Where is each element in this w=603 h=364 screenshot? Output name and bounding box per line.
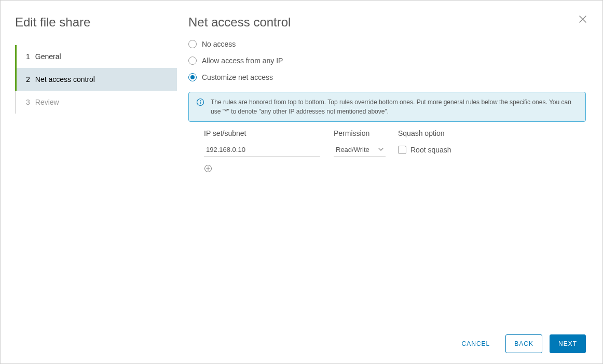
- svg-point-1: [200, 100, 201, 101]
- step-number: 2: [26, 75, 30, 83]
- plus-circle-icon: [204, 164, 212, 173]
- squash-label: Root squash: [410, 146, 451, 154]
- close-button[interactable]: [579, 15, 587, 25]
- radio-icon: [188, 57, 197, 65]
- info-banner: The rules are honored from top to bottom…: [188, 92, 586, 122]
- wizard-sidebar: Edit file share 1 General 2 Net access c…: [1, 1, 177, 326]
- step-number: 3: [26, 98, 30, 106]
- dialog-title: Edit file share: [1, 10, 177, 45]
- permission-select[interactable]: Read/Write: [334, 143, 386, 157]
- step-general[interactable]: 1 General: [16, 45, 177, 68]
- rules-table: IP set/subnet Permission Squash option R…: [188, 129, 586, 175]
- radio-label: Allow access from any IP: [202, 57, 283, 65]
- next-button[interactable]: Next: [550, 334, 586, 353]
- chevron-down-icon: [378, 146, 383, 153]
- radio-label: Customize net access: [202, 73, 273, 81]
- rules-header: IP set/subnet Permission Squash option: [204, 129, 586, 137]
- dialog-footer: Cancel Back Next: [1, 326, 602, 363]
- radio-icon: [188, 40, 197, 48]
- back-button[interactable]: Back: [505, 334, 542, 353]
- table-row: Read/Write Root squash: [204, 143, 586, 157]
- radio-icon: [188, 73, 197, 81]
- wizard-steps: 1 General 2 Net access control 3 Review: [15, 45, 177, 114]
- access-mode-group: No access Allow access from any IP Custo…: [188, 40, 586, 81]
- step-review[interactable]: 3 Review: [16, 91, 177, 114]
- svg-rect-2: [200, 102, 200, 104]
- info-icon: [196, 98, 204, 116]
- radio-customize-access[interactable]: Customize net access: [188, 73, 586, 81]
- radio-no-access[interactable]: No access: [188, 40, 586, 48]
- ip-input[interactable]: [204, 143, 320, 157]
- edit-file-share-dialog: Edit file share 1 General 2 Net access c…: [0, 0, 603, 364]
- root-squash-checkbox[interactable]: [398, 146, 406, 154]
- radio-label: No access: [202, 40, 236, 48]
- close-icon: [579, 15, 587, 23]
- header-permission: Permission: [334, 129, 398, 137]
- dialog-body: Edit file share 1 General 2 Net access c…: [1, 1, 602, 326]
- permission-value: Read/Write: [336, 146, 369, 153]
- header-squash: Squash option: [398, 129, 586, 137]
- header-ip: IP set/subnet: [204, 129, 334, 137]
- step-label: Review: [35, 98, 59, 106]
- info-text: The rules are honored from top to bottom…: [211, 97, 578, 116]
- add-rule-button[interactable]: [204, 164, 586, 175]
- wizard-main: Net access control No access Allow acces…: [177, 1, 602, 326]
- page-title: Net access control: [188, 15, 586, 30]
- step-label: Net access control: [35, 75, 95, 83]
- cancel-button[interactable]: Cancel: [454, 335, 499, 353]
- step-label: General: [35, 52, 61, 61]
- step-net-access-control[interactable]: 2 Net access control: [16, 68, 177, 91]
- step-number: 1: [26, 52, 30, 61]
- radio-allow-any-ip[interactable]: Allow access from any IP: [188, 57, 586, 65]
